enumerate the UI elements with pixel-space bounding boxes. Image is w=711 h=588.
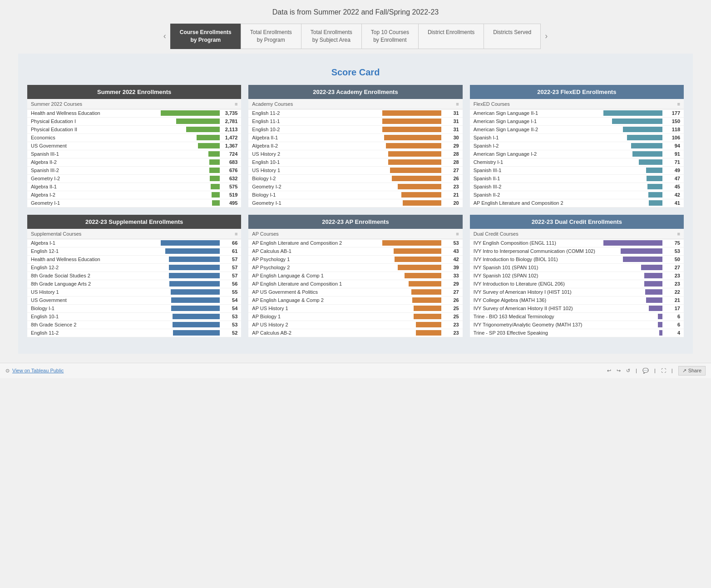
row-bar [659,330,662,336]
supplemental-table: 2022-23 Supplemental Enrollments Supplem… [27,215,241,337]
row-value: 49 [664,168,680,173]
row-label: Trine - BIO 163 Medical Terminology [474,314,658,319]
row-bar [197,135,220,140]
row-value: 57 [222,265,237,270]
row-value: 27 [664,265,680,270]
row-label: Trine - SP 203 Effective Speaking [474,330,659,336]
row-bar [639,159,662,165]
row-value: 23 [443,184,459,189]
row-bar [411,289,441,295]
row-value: 66 [222,240,237,246]
dualcredit-rows: IVY English Composition (ENGL 111) 75 IV… [470,239,684,337]
row-bar [416,330,441,336]
supplemental-filter-icon[interactable]: ≡ [235,231,237,237]
undo-icon[interactable]: ↩ [607,368,611,374]
summer-2022-header: Summer 2022 Enrollments [27,85,241,99]
table-row: IVY Survey of American History I (HIST 1… [470,288,684,296]
table-row: IVY Spanish 101 (SPAN 101) 27 [470,264,684,272]
redo-icon[interactable]: ↪ [617,368,621,374]
tab-total-enrollments-by-program[interactable]: Total Enrollmentsby Program [241,24,301,49]
share-button[interactable]: ↗ Share [678,366,706,376]
ap-filter-icon[interactable]: ≡ [456,231,459,237]
table-row: AP English Literature and Composition 1 … [248,280,462,288]
table-row: Algebra II-1 575 [27,183,241,191]
row-value: 31 [443,119,459,124]
row-label: US Government [31,143,198,148]
share-icon: ↗ [682,368,686,374]
table-row: AP US History 1 25 [248,305,462,313]
nav-prev-arrow[interactable]: ‹ [159,27,170,45]
row-value: 54 [222,297,237,303]
row-bar [398,184,441,189]
row-label: US History 2 [252,151,388,157]
table-row: 8th Grade Language Arts 2 56 [27,280,241,288]
row-bar-container: 21 [646,297,680,303]
row-value: 61 [222,248,237,254]
tab-districts-served[interactable]: Districts Served [484,24,541,49]
table-row: AP Biology 1 25 [248,313,462,321]
table-row: US History 1 27 [248,167,462,175]
row-label: American Sign Language II-2 [474,127,623,132]
row-value: 31 [443,127,459,132]
table-row: AP English Language & Comp 1 33 [248,272,462,280]
row-label: Geometry I-1 [252,200,402,206]
table-row: IVY Introduction to Literature (ENGL 206… [470,280,684,288]
page-title: Data is from Summer 2022 and Fall/Spring… [0,0,711,21]
row-label: IVY Survey of American History II (HIST … [474,306,649,311]
table-row: Algebra I-1 66 [27,239,241,247]
row-label: Chemistry I-1 [474,159,639,165]
row-value: 23 [664,281,680,287]
dualcredit-subheader-label: Dual Credit Courses [474,231,518,237]
row-value: 30 [443,135,459,140]
tab-top-10-courses-by-enrollment[interactable]: Top 10 Coursesby Enrollment [361,24,418,49]
supplemental-subheader-label: Supplemental Courses [31,231,81,237]
row-value: 43 [443,248,459,254]
ap-subheader-label: AP Courses [252,231,279,237]
row-bar [390,168,441,173]
row-bar-container: 57 [169,273,237,278]
view-on-tableau-label[interactable]: View on Tableau Public [12,368,64,373]
academy-filter-icon[interactable]: ≡ [456,101,459,107]
row-bar [621,248,662,254]
table-row: Trine - SP 203 Effective Speaking 4 [470,329,684,337]
row-label: Geometry I-1 [31,200,212,206]
row-bar-container: 676 [209,168,237,173]
reset-icon[interactable]: ↺ [626,368,630,374]
row-bar-container: 2,113 [186,127,237,132]
nav-next-arrow[interactable]: › [541,27,552,45]
row-value: 47 [664,176,680,181]
tab-district-enrollments[interactable]: District Enrollments [418,24,484,49]
comment-icon[interactable]: 💬 [642,368,649,374]
row-value: 29 [443,143,459,148]
row-label: Algebra I-2 [31,192,212,198]
row-value: 53 [664,248,680,254]
row-label: IVY Trigonometry/Analytic Geometry (MATH… [474,322,658,327]
row-bar [165,248,220,254]
row-value: 94 [664,143,680,148]
tab-total-enrollments-by-subject-area[interactable]: Total Enrollmentsby Subject Area [301,24,361,49]
row-value: 23 [443,330,459,336]
row-bar-container: 495 [212,200,237,206]
row-bar [388,151,441,157]
dualcredit-filter-icon[interactable]: ≡ [677,231,680,237]
row-bar [414,306,441,311]
row-value: 53 [222,314,237,319]
row-value: 676 [222,168,237,173]
flexed-filter-icon[interactable]: ≡ [677,101,680,107]
table-row: 8th Grade Science 2 53 [27,321,241,329]
row-value: 28 [443,151,459,157]
fullscreen-icon[interactable]: ⛶ [661,368,666,373]
row-bar-container: 31 [382,119,459,124]
row-label: Spanish I-2 [474,143,631,148]
table-row: English 11-1 31 [248,118,462,126]
row-bar-container: 20 [403,200,459,206]
table-row: Algebra I-2 519 [27,191,241,199]
row-label: US History 1 [252,168,390,173]
summer-2022-filter-icon[interactable]: ≡ [235,101,237,107]
table-row: AP Psychology 2 39 [248,264,462,272]
row-value: 56 [222,281,237,287]
ap-subheader: AP Courses ≡ [248,229,462,239]
row-bar-container: 55 [171,289,237,295]
tab-course-enrollments-by-program[interactable]: Course Enrollmentsby Program [170,24,241,49]
row-label: Biology I-1 [31,306,171,311]
